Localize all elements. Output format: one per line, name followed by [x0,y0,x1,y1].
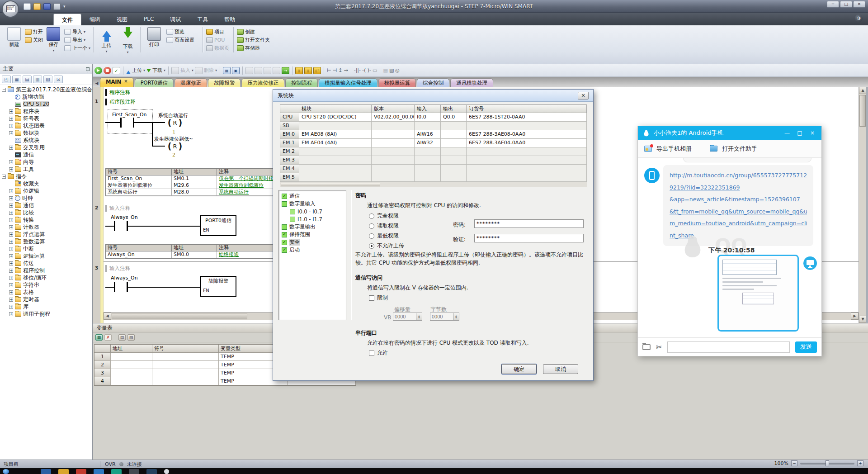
allow-checkbox[interactable]: 允许 [369,349,388,357]
expander-icon[interactable]: + [9,117,13,121]
project-protect-button[interactable]: 项目 [206,28,229,35]
coil-insert-icon[interactable]: -( )- [362,67,371,73]
taskbar-icon[interactable] [164,469,169,474]
tree-item[interactable]: 系统块 [0,137,92,144]
monitor-view-icon[interactable]: ⊡ [54,76,63,83]
print-button[interactable]: 打印 [144,27,165,48]
save-button[interactable]: 保存▾ [45,27,62,52]
expander-icon[interactable]: + [9,160,13,164]
tree-item[interactable]: + 转换 [0,216,92,223]
tree-item[interactable]: − 第三套2017.7.20压差液位综合调节版 [0,86,92,93]
undo-icon[interactable] [255,67,262,74]
tree-item[interactable]: + 中断 [0,245,92,252]
editor-tab[interactable]: 压力液位修正 [241,78,284,87]
editor-tab[interactable]: PORT0通信 [135,78,174,87]
print-icon[interactable] [53,3,61,10]
network-1-ladder[interactable]: First_Scan_On 系统自动运行 (R) 1 发生器液位到低~ (R) … [105,107,295,166]
expander-icon[interactable]: + [9,189,13,193]
dialog-nav-item[interactable]: 启动 [279,246,346,254]
tab-close-icon[interactable]: × [124,79,127,87]
insert-row-icon[interactable]: ▦ [95,334,103,341]
tree-item[interactable]: + 通信 [0,202,92,209]
open-file-assistant-button[interactable]: 打开文件助手 [722,145,757,153]
screenshot-scissors-icon[interactable]: ✂ [656,343,662,351]
import-button[interactable]: 导入▾ [64,28,90,35]
scroll-left-icon[interactable]: ◀ [104,313,111,320]
save-file-icon[interactable] [43,3,51,10]
expander-icon[interactable]: + [9,290,13,294]
tree-item[interactable]: + 字符串 [0,281,92,289]
wire-down-icon[interactable]: ⊣ [333,67,337,73]
lock-add-icon[interactable]: ▯⁺ [313,67,321,74]
module-row[interactable]: EM 4 [280,165,587,173]
tree-item[interactable]: CPU ST20 [0,100,92,108]
taskbar-icon[interactable] [111,469,122,474]
scroll-down-icon[interactable]: ▼ [859,316,867,323]
delete-row-icon[interactable]: ✗ [104,334,112,341]
tree-item[interactable]: + 调用子例程 [0,310,92,318]
editor-tab[interactable]: 模拟量运算 [378,78,416,87]
tree-item[interactable]: + 程序控制 [0,267,92,274]
tree-item[interactable]: + 表格 [0,289,92,296]
offset-spinner[interactable]: ▲▼ [393,313,422,321]
module-row[interactable]: EM 0 EM AE08 (8AI) AIW16 6ES7 288-3AE08-… [280,130,587,139]
scroll-right-icon[interactable]: ▶ [851,313,859,320]
tree-item[interactable]: + 库 [0,303,92,310]
delete-icon[interactable] [195,67,203,74]
doc-view-icon[interactable]: ▤ [23,76,32,83]
expander-icon[interactable]: + [9,146,13,150]
module-row[interactable]: EM 3 [280,156,587,165]
tree-item[interactable]: + 传送 [0,260,92,267]
tree-item[interactable]: + 程序块 [0,108,92,115]
message-link-line[interactable]: 9219/?iid=32322351869 [670,182,807,194]
taskbar-icon[interactable] [129,469,139,474]
expander-icon[interactable]: − [2,175,6,179]
contact-label[interactable]: Always_On [111,214,138,220]
wire-right-icon[interactable]: → [344,67,348,73]
contact-insert-icon[interactable]: -||- [354,67,361,73]
phone-minimize-button[interactable]: — [783,130,792,136]
expander-icon[interactable]: − [2,88,6,92]
wire-up-icon[interactable]: ↥ [338,67,342,73]
message-link-line[interactable]: &app=news_article&timestamp=1526396107 [670,194,807,206]
coil-operand[interactable]: 1 [172,129,175,135]
expander-icon[interactable]: + [9,283,13,287]
insert-icon[interactable] [171,67,179,74]
upload-button[interactable]: 上传▾ [97,27,116,53]
permission-radio[interactable]: 不允许上传 [369,242,404,250]
redo-icon[interactable] [264,67,271,74]
chart-view-icon[interactable]: ▥ [33,76,42,83]
tree-item[interactable]: + 数据块 [0,129,92,137]
close-button[interactable]: 关闭 [25,37,43,43]
scrollbar-thumb[interactable] [112,313,247,319]
verify-field[interactable] [474,234,584,242]
expander-icon[interactable]: + [9,204,13,208]
new-file-icon[interactable] [24,3,31,10]
scroll-up-icon[interactable]: ▲ [859,87,867,94]
scrollbar-thumb[interactable] [281,183,380,186]
start-button[interactable] [3,469,9,474]
create-library-button[interactable]: 创建 [237,28,270,35]
editor-tab[interactable]: 故障报警 [208,78,241,87]
taskbar-icon[interactable] [58,469,69,474]
message-link-line[interactable]: m_medium=toutiao_android&utm_campaign=cl… [670,218,807,230]
insert-label[interactable]: 插入 [180,67,190,74]
chat-text-input[interactable] [667,341,790,353]
network-2-ladder[interactable]: Always_On PORT0通信 EN [105,213,295,242]
expander-icon[interactable]: + [9,225,13,229]
phone-maximize-button[interactable]: □ [795,130,804,136]
expander-icon[interactable]: + [9,276,13,280]
menu-item[interactable]: 工具 [189,14,216,25]
editor-tab[interactable]: 模拟量输入信号处理 [319,78,377,87]
editor-tab[interactable]: 控制流程 [285,78,318,87]
qat-dropdown-icon[interactable]: ▾ [63,4,66,9]
export-button[interactable]: 导出▾ [64,37,90,43]
tree-item[interactable]: + 浮点运算 [0,231,92,238]
list-view-icon[interactable]: ▧ [43,76,52,83]
editor-tab[interactable]: MAIN × [100,77,134,87]
expander-icon[interactable]: + [9,240,13,244]
style-help-icon[interactable]: ◑ [855,14,863,22]
wire-branch-icon[interactable]: ⊢ [327,67,331,73]
download-small-label[interactable]: 下载 [152,67,162,74]
taskbar-icon[interactable] [94,469,104,474]
